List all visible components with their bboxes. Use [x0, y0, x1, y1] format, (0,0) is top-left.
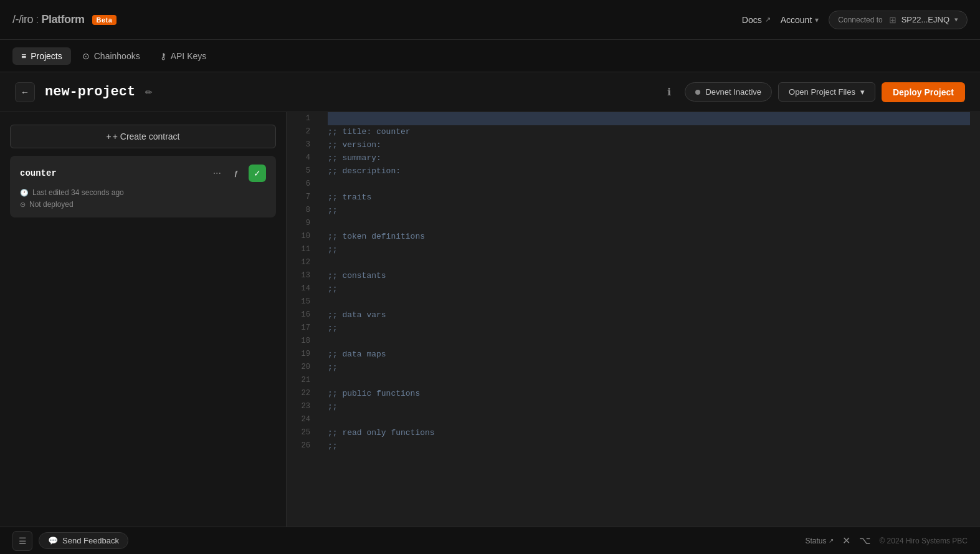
feedback-button[interactable]: 💬 Send Feedback: [39, 532, 128, 549]
line-number: 15: [287, 295, 318, 308]
line-number: 8: [287, 204, 318, 217]
line-number: 14: [287, 282, 318, 295]
code-line: ;;: [328, 439, 970, 452]
code-line: ;; traits: [328, 191, 970, 204]
top-nav-right: Docs ↗ Account ▾ Connected to ⊞ SP22...E…: [742, 11, 968, 29]
line-number: 23: [287, 400, 318, 413]
code-line: ;;: [328, 400, 970, 413]
code-container: 1234567891011121314151617181920212223242…: [287, 112, 980, 527]
line-numbers: 1234567891011121314151617181920212223242…: [287, 112, 318, 527]
code-line: [328, 374, 970, 387]
clock-icon: 🕐: [20, 189, 29, 197]
code-editor[interactable]: 1234567891011121314151617181920212223242…: [287, 112, 980, 527]
line-number: 4: [287, 151, 318, 165]
info-button[interactable]: ℹ: [660, 83, 678, 102]
deploy-button[interactable]: Deploy Project: [882, 82, 965, 102]
line-number: 21: [287, 374, 318, 387]
last-edited-row: 🕐 Last edited 34 seconds ago: [20, 188, 266, 197]
secondary-nav: ≡ Projects ⊙ Chainhooks ⚷ API Keys: [0, 40, 980, 72]
code-line: ;;: [328, 322, 970, 335]
status-link[interactable]: Status ↗: [805, 537, 834, 545]
code-line: [328, 217, 970, 230]
circle-dash-icon: ⊝: [20, 201, 26, 209]
code-line: [328, 295, 970, 308]
line-number: 1: [287, 112, 318, 125]
code-line: ;;: [328, 243, 970, 256]
code-line: [328, 112, 970, 125]
code-line: ;; data maps: [328, 348, 970, 361]
top-nav-left: /-/iro : Platform Beta: [12, 13, 117, 26]
github-icon[interactable]: ⌥: [859, 535, 870, 547]
stacks-icon: ⊞: [889, 15, 897, 25]
contract-name: counter: [20, 168, 57, 178]
deploy-status-row: ⊝ Not deployed: [20, 200, 266, 209]
code-line: ;; token definitions: [328, 230, 970, 243]
beta-badge: Beta: [92, 15, 117, 25]
line-number: 22: [287, 387, 318, 400]
code-line: ;; read only functions: [328, 426, 970, 439]
devnet-button[interactable]: Devnet Inactive: [685, 82, 772, 102]
line-number: 9: [287, 217, 318, 230]
create-contract-button[interactable]: + + Create contract: [10, 125, 276, 148]
line-number: 5: [287, 165, 318, 178]
wallet-connect-button[interactable]: Connected to ⊞ SP22...EJNQ ▾: [829, 11, 968, 29]
key-icon: ⚷: [160, 51, 166, 61]
chevron-down-icon: ▾: [954, 16, 958, 24]
line-number: 19: [287, 348, 318, 361]
edit-icon[interactable]: ✏: [145, 87, 153, 97]
external-link-icon: ↗: [765, 16, 771, 24]
line-number: 12: [287, 256, 318, 269]
footer-left: ☰ 💬 Send Feedback: [12, 531, 128, 551]
more-options-button[interactable]: ···: [211, 166, 224, 180]
tab-api-keys[interactable]: ⚷ API Keys: [151, 47, 216, 65]
external-link-icon: ↗: [829, 537, 834, 544]
line-number: 7: [287, 191, 318, 204]
line-number: 11: [287, 243, 318, 256]
code-line: ;;: [328, 361, 970, 374]
plus-icon: +: [107, 131, 112, 141]
hamburger-icon: ☰: [19, 536, 27, 546]
devnet-status-dot: [695, 90, 700, 95]
line-number: 25: [287, 426, 318, 439]
contract-card-header: counter ··· ƒ ✓: [20, 165, 266, 182]
line-number: 17: [287, 322, 318, 335]
project-header: ← new-project ✏ ℹ Devnet Inactive Open P…: [0, 72, 980, 112]
code-line: [328, 256, 970, 269]
account-button[interactable]: Account ▾: [781, 15, 819, 25]
menu-button[interactable]: ☰: [12, 531, 32, 551]
function-icon[interactable]: ƒ: [227, 165, 245, 182]
line-number: 18: [287, 335, 318, 348]
code-line: [328, 178, 970, 191]
code-line: ;; title: counter: [328, 125, 970, 138]
footer: ☰ 💬 Send Feedback Status ↗ ✕ ⌥ © 2024 Hi…: [0, 527, 980, 554]
contract-meta: 🕐 Last edited 34 seconds ago ⊝ Not deplo…: [20, 188, 266, 209]
sidebar: + + Create contract counter ··· ƒ ✓: [0, 112, 287, 527]
code-line: ;; version:: [328, 138, 970, 151]
code-line: [328, 335, 970, 348]
list-icon: ≡: [21, 51, 26, 61]
open-files-button[interactable]: Open Project Files ▾: [778, 82, 875, 102]
check-button[interactable]: ✓: [249, 165, 266, 182]
code-line: [328, 413, 970, 426]
chat-icon: 💬: [48, 536, 58, 545]
contract-actions: ··· ƒ ✓: [211, 165, 266, 182]
hook-icon: ⊙: [82, 51, 90, 61]
twitter-icon[interactable]: ✕: [842, 535, 850, 547]
tab-chainhooks[interactable]: ⊙ Chainhooks: [74, 47, 149, 65]
tab-projects[interactable]: ≡ Projects: [12, 47, 71, 65]
docs-link[interactable]: Docs ↗: [742, 15, 771, 25]
code-line: ;;: [328, 282, 970, 295]
code-line: ;; constants: [328, 269, 970, 282]
workspace: + + Create contract counter ··· ƒ ✓: [0, 112, 980, 527]
line-number: 10: [287, 230, 318, 243]
contract-card[interactable]: counter ··· ƒ ✓ 🕐 Last edited 34 seconds…: [10, 156, 276, 217]
line-number: 26: [287, 439, 318, 452]
line-number: 13: [287, 269, 318, 282]
project-header-left: ← new-project ✏: [15, 82, 153, 102]
code-line: ;; public functions: [328, 387, 970, 400]
code-content: ;; title: counter;; version:;; summary:;…: [318, 112, 980, 527]
code-line: ;; description:: [328, 165, 970, 178]
project-name: new-project: [45, 84, 135, 100]
line-number: 24: [287, 413, 318, 426]
back-button[interactable]: ←: [15, 82, 35, 102]
